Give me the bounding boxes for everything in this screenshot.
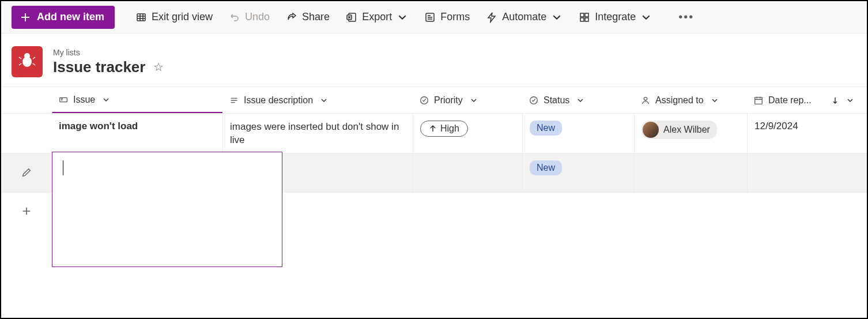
svg-rect-6 (580, 18, 584, 21)
person-pill: Alex Wilber (641, 121, 717, 139)
chevron-down-icon (640, 12, 652, 23)
command-bar: Add new item Exit grid view Undo Share E… (1, 1, 867, 33)
chevron-down-icon (551, 12, 563, 23)
add-new-item-label: Add new item (37, 11, 104, 23)
column-label: Status (544, 95, 569, 106)
list-icon-bug (12, 46, 43, 77)
cell-assigned[interactable]: Alex Wilber (634, 114, 747, 153)
export-label: Export (362, 11, 392, 23)
column-label: Date rep... (768, 95, 812, 106)
column-label: Issue (73, 95, 95, 105)
svg-rect-4 (580, 13, 584, 17)
more-button[interactable]: ••• (673, 6, 700, 29)
automate-icon (486, 12, 497, 23)
cell-date[interactable] (747, 153, 862, 192)
text-field-icon (58, 95, 69, 105)
share-icon (286, 12, 297, 23)
grid-icon (135, 12, 147, 23)
column-header-priority[interactable]: Priority (413, 87, 522, 113)
arrow-up-icon (429, 125, 437, 133)
svg-rect-0 (137, 14, 145, 21)
svg-point-13 (644, 97, 647, 100)
share-label: Share (302, 11, 330, 23)
exit-grid-view-button[interactable]: Exit grid view (130, 6, 218, 29)
share-button[interactable]: Share (280, 6, 335, 29)
column-header-issue[interactable]: Issue (52, 87, 222, 113)
cell-description[interactable]: images were inserted but don't show in l… (222, 114, 413, 153)
data-grid: Issue Issue description Priority Status … (1, 87, 867, 230)
chevron-down-icon (470, 96, 478, 104)
status-tag: New (530, 121, 562, 136)
multiline-text-icon (229, 95, 239, 106)
svg-rect-10 (60, 97, 67, 102)
svg-rect-7 (585, 18, 588, 21)
export-button[interactable]: Export (340, 6, 414, 29)
cell-priority[interactable] (413, 153, 522, 192)
add-row-button[interactable] (1, 206, 52, 216)
undo-icon (229, 12, 240, 23)
avatar (643, 122, 659, 138)
automate-label: Automate (502, 11, 546, 23)
chevron-down-icon (102, 96, 110, 104)
choice-icon (419, 95, 429, 106)
person-name: Alex Wilber (663, 125, 710, 135)
column-label: Assigned to (655, 95, 704, 106)
column-header-assigned[interactable]: Assigned to (634, 87, 747, 113)
column-header-status[interactable]: Status (522, 87, 634, 113)
automate-button[interactable]: Automate (480, 6, 568, 29)
status-tag: New (530, 160, 562, 175)
svg-rect-14 (755, 97, 763, 104)
cell-status[interactable]: New (522, 153, 634, 192)
plus-icon (21, 206, 32, 216)
issue-edit-input[interactable] (52, 152, 282, 267)
chevron-down-icon (711, 96, 719, 104)
person-icon (640, 95, 651, 106)
chevron-down-icon (576, 96, 584, 104)
chevron-down-icon (846, 96, 854, 104)
column-label: Issue description (244, 95, 313, 106)
integrate-button[interactable]: Integrate (573, 6, 658, 29)
cell-priority[interactable]: High (413, 114, 522, 153)
priority-label: High (440, 123, 459, 134)
column-header-description[interactable]: Issue description (222, 87, 413, 113)
grid-header-row: Issue Issue description Priority Status … (1, 87, 867, 114)
page-title: Issue tracker (53, 58, 145, 76)
svg-rect-5 (585, 13, 588, 17)
undo-label: Undo (245, 11, 270, 23)
column-label: Priority (434, 95, 463, 106)
cell-date[interactable]: 12/9/2024 (747, 114, 862, 153)
plus-icon (20, 12, 31, 23)
breadcrumb[interactable]: My lists (53, 48, 164, 57)
chevron-down-icon (397, 12, 408, 23)
add-new-item-button[interactable]: Add new item (12, 6, 115, 29)
calendar-icon (753, 95, 764, 106)
more-icon: ••• (678, 10, 694, 24)
edit-icon (21, 167, 32, 178)
bug-icon (18, 51, 36, 73)
forms-icon (424, 12, 436, 23)
row-gutter (1, 87, 52, 113)
cell-issue[interactable]: image won't load (52, 114, 222, 153)
table-row[interactable]: image won't load images were inserted bu… (1, 114, 867, 153)
priority-pill: High (420, 121, 468, 137)
integrate-label: Integrate (595, 11, 636, 23)
cell-assigned[interactable] (634, 153, 747, 192)
choice-icon (529, 95, 539, 106)
export-icon (346, 12, 357, 23)
favorite-star-button[interactable]: ☆ (153, 60, 164, 74)
cell-status[interactable]: New (522, 114, 634, 153)
column-header-date[interactable]: Date rep... (747, 87, 862, 113)
sort-down-icon (831, 96, 839, 104)
row-gutter[interactable] (1, 153, 52, 192)
text-caret (63, 160, 63, 175)
list-header: My lists Issue tracker ☆ (1, 33, 867, 87)
chevron-down-icon (320, 96, 328, 104)
undo-button[interactable]: Undo (223, 6, 276, 29)
integrate-icon (579, 12, 590, 23)
exit-grid-view-label: Exit grid view (152, 11, 213, 23)
forms-button[interactable]: Forms (418, 6, 475, 29)
forms-label: Forms (440, 11, 470, 23)
